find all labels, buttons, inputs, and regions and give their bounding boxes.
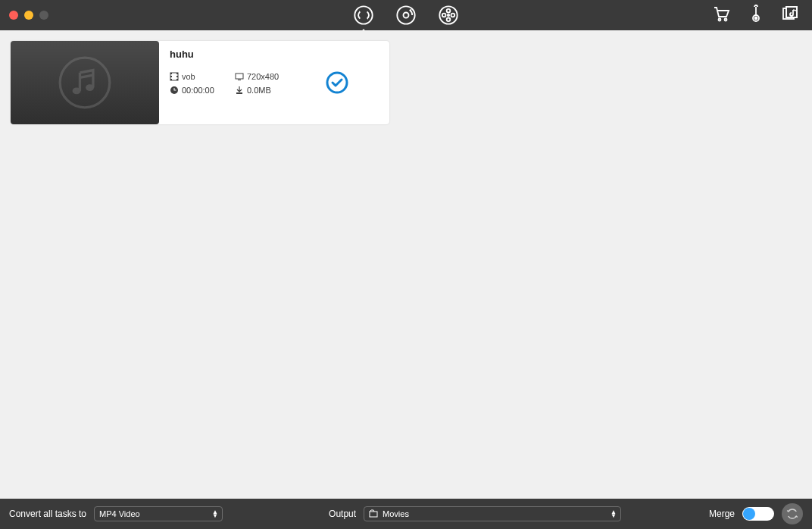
film-icon: [170, 72, 179, 81]
task-list-area: huhu vob 720x480 00:00:00 0.0MB: [0, 30, 812, 499]
screen-icon: [235, 72, 244, 81]
window-controls: [0, 11, 48, 20]
mode-switcher: [353, 5, 459, 26]
convert-mode-button[interactable]: [353, 5, 374, 26]
output-format-value: MP4 Video: [99, 509, 207, 518]
thermometer-icon[interactable]: [747, 5, 765, 26]
task-resolution: 720x480: [235, 72, 311, 81]
svg-point-12: [755, 17, 757, 20]
svg-rect-30: [174, 90, 176, 91]
media-library-icon[interactable]: [782, 5, 800, 26]
title-bar: [0, 0, 812, 30]
svg-point-4: [447, 9, 451, 13]
stepper-icon: ▲▼: [211, 510, 219, 518]
close-window-button[interactable]: [9, 11, 18, 20]
svg-rect-24: [176, 76, 178, 77]
task-card-body: huhu vob 720x480 00:00:00 0.0MB: [159, 41, 389, 124]
footer-bar: Convert all tasks to MP4 Video ▲▼ Output…: [0, 499, 812, 529]
task-filesize: 0.0MB: [235, 86, 311, 95]
stepper-icon: ▲▼: [610, 510, 617, 518]
svg-point-6: [442, 14, 446, 17]
task-title: huhu: [170, 49, 379, 60]
task-card[interactable]: huhu vob 720x480 00:00:00 0.0MB: [11, 41, 389, 124]
convert-all-label: Convert all tasks to: [9, 509, 86, 519]
toggle-knob: [743, 508, 755, 520]
svg-rect-26: [236, 74, 243, 79]
svg-rect-27: [238, 80, 241, 80]
cart-icon[interactable]: [712, 5, 730, 26]
task-thumbnail: [11, 41, 159, 124]
output-folder-value: Movies: [383, 509, 605, 518]
svg-rect-33: [370, 512, 377, 517]
toolbar-right: [712, 5, 812, 26]
clock-icon: [170, 86, 179, 95]
output-format-select[interactable]: MP4 Video ▲▼: [94, 506, 223, 521]
output-folder-label: Output: [329, 509, 356, 519]
music-note-icon: [58, 56, 111, 109]
download-icon: [235, 86, 244, 95]
fullscreen-window-button[interactable]: [39, 11, 48, 20]
folder-icon: [369, 509, 378, 518]
task-status-complete-icon[interactable]: [326, 71, 348, 94]
task-duration: 00:00:00: [170, 86, 235, 95]
svg-point-16: [60, 58, 110, 108]
svg-rect-22: [170, 79, 172, 80]
task-format: vob: [170, 72, 235, 81]
svg-point-8: [448, 14, 449, 16]
disc-mode-button[interactable]: [395, 5, 417, 26]
svg-rect-23: [176, 73, 178, 74]
svg-rect-20: [170, 73, 172, 74]
film-reel-mode-button[interactable]: [438, 5, 459, 26]
svg-rect-21: [170, 76, 172, 77]
start-conversion-button[interactable]: [782, 503, 803, 524]
svg-rect-25: [176, 79, 178, 80]
svg-point-18: [86, 84, 94, 91]
svg-rect-31: [236, 92, 242, 94]
merge-toggle[interactable]: [742, 507, 774, 521]
merge-label: Merge: [709, 509, 735, 519]
svg-point-10: [725, 19, 727, 21]
output-folder-select[interactable]: Movies ▲▼: [364, 506, 621, 521]
svg-point-5: [447, 18, 451, 22]
minimize-window-button[interactable]: [24, 11, 33, 20]
svg-point-7: [451, 14, 455, 17]
svg-point-9: [719, 19, 721, 21]
svg-point-0: [354, 6, 372, 23]
svg-point-2: [404, 13, 409, 18]
svg-point-17: [73, 88, 81, 95]
